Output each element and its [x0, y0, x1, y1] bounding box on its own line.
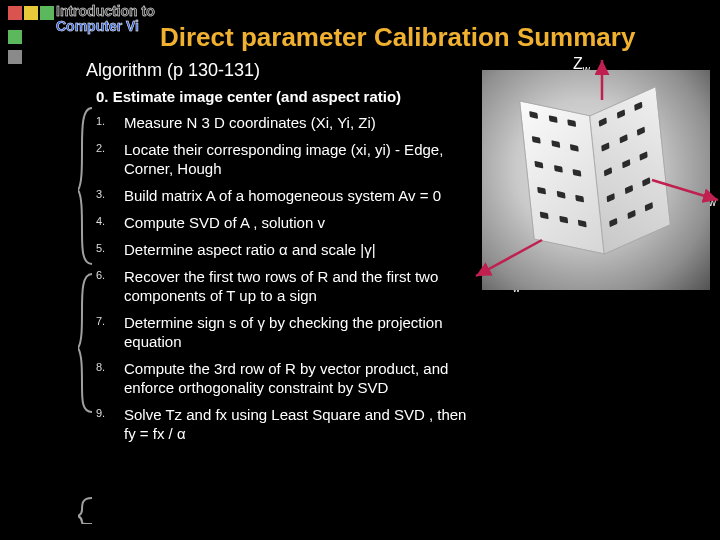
course-header: Introduction to Computer Vi	[56, 4, 155, 34]
header-squares	[8, 6, 56, 20]
brace-icon	[78, 94, 96, 524]
accent-square-small-gray	[8, 50, 22, 64]
step-number: 7.	[96, 313, 124, 351]
step-text: Compute the 3rd row of R by vector produ…	[124, 359, 476, 397]
list-item: 1.Measure N 3 D coordinates (Xi, Yi, Zi)	[96, 113, 476, 132]
slide-root: Introduction to Computer Vi Direct param…	[0, 0, 720, 540]
accent-square-green	[40, 6, 54, 20]
list-item: 5.Determine aspect ratio α and scale |γ|	[96, 240, 476, 259]
step-text: Solve Tz and fx using Least Square and S…	[124, 405, 476, 443]
svg-line-1	[652, 180, 718, 200]
step-number: 8.	[96, 359, 124, 397]
step-number: 4.	[96, 213, 124, 232]
step-text: Measure N 3 D coordinates (Xi, Yi, Zi)	[124, 113, 376, 132]
list-item: 8.Compute the 3rd row of R by vector pro…	[96, 359, 476, 397]
step-number: 1.	[96, 113, 124, 132]
list-item: 4.Compute SVD of A , solution v	[96, 213, 476, 232]
list-item: 9.Solve Tz and fx using Least Square and…	[96, 405, 476, 443]
step-text: Determine aspect ratio α and scale |γ|	[124, 240, 376, 259]
course-header-line1: Introduction to	[56, 4, 155, 19]
course-header-line2: Computer Vi	[56, 19, 155, 34]
list-item: 6.Recover the first two rows of R and th…	[96, 267, 476, 305]
step-number: 9.	[96, 405, 124, 443]
svg-line-2	[476, 240, 542, 276]
step-text: Determine sign s of γ by checking the pr…	[124, 313, 476, 351]
calibration-figure	[482, 70, 710, 290]
accent-square-red	[8, 6, 22, 20]
list-item: 3.Build matrix A of a homogeneous system…	[96, 186, 476, 205]
step-number: 3.	[96, 186, 124, 205]
list-item: 2.Locate their corresponding image (xi, …	[96, 140, 476, 178]
slide-subtitle: Algorithm (p 130-131)	[86, 60, 260, 81]
step-zero: 0. Estimate image center (and aspect rat…	[96, 88, 476, 105]
step-text: Build matrix A of a homogeneous system A…	[124, 186, 441, 205]
step-number: 2.	[96, 140, 124, 178]
step-text: Recover the first two rows of R and the …	[124, 267, 476, 305]
left-accent-squares	[8, 30, 22, 70]
step-text: Locate their corresponding image (xi, yi…	[124, 140, 476, 178]
step-number: 5.	[96, 240, 124, 259]
accent-square-yellow	[24, 6, 38, 20]
step-number: 6.	[96, 267, 124, 305]
slide-title: Direct parameter Calibration Summary	[160, 22, 635, 53]
accent-square-small-green	[8, 30, 22, 44]
algorithm-content: 0. Estimate image center (and aspect rat…	[96, 88, 476, 451]
list-item: 7.Determine sign s of γ by checking the …	[96, 313, 476, 351]
step-braces	[78, 94, 94, 528]
step-text: Compute SVD of A , solution v	[124, 213, 325, 232]
axis-arrows-icon	[482, 70, 710, 290]
step-list: 1.Measure N 3 D coordinates (Xi, Yi, Zi)…	[96, 113, 476, 443]
